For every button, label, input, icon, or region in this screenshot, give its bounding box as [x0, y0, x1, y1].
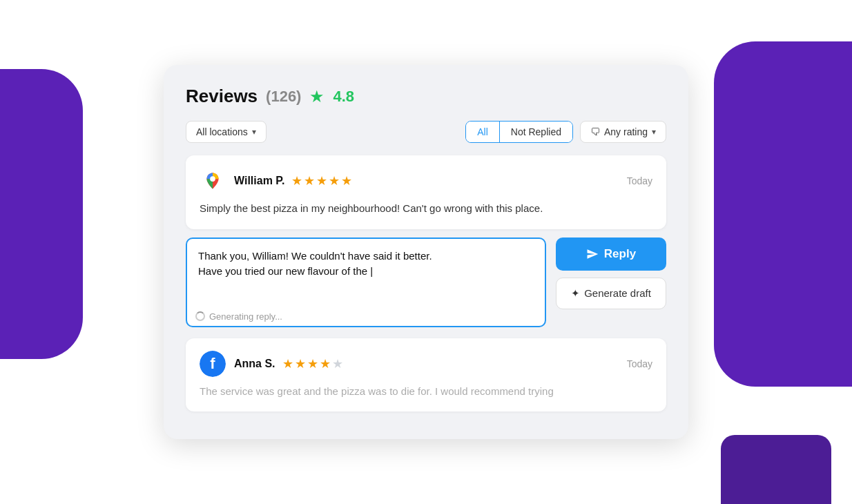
stars-anna: ★ ★ ★ ★ ★ [282, 356, 343, 371]
review-time-william: Today [627, 175, 652, 186]
star-2: ★ [295, 356, 306, 371]
star-1: ★ [291, 173, 302, 188]
star-5: ★ [341, 173, 352, 188]
rating-filter[interactable]: 🗨 Any rating ▾ [580, 121, 666, 143]
loading-spinner [195, 311, 205, 321]
star-4: ★ [320, 356, 331, 371]
sparkle-icon: ✦ [571, 287, 580, 300]
reviewer-name-anna: Anna S. [234, 358, 275, 370]
review-header-william: William P. ★ ★ ★ ★ ★ Today [200, 168, 652, 194]
star-icon: ★ [309, 87, 325, 106]
star-3: ★ [316, 173, 327, 188]
page-title: Reviews [186, 86, 258, 107]
star-2: ★ [304, 173, 315, 188]
bg-shape-right [714, 41, 852, 387]
stars-william: ★ ★ ★ ★ ★ [291, 173, 352, 188]
star-3: ★ [307, 356, 318, 371]
star-1: ★ [282, 356, 293, 371]
generate-draft-button[interactable]: ✦ Generate draft [556, 278, 666, 309]
locations-label: All locations [196, 126, 248, 137]
tab-not-replied[interactable]: Not Replied [500, 122, 572, 142]
reviews-card: Reviews (126) ★ 4.8 All locations ▾ All … [164, 65, 688, 439]
generate-button-label: Generate draft [584, 287, 651, 299]
svg-point-1 [210, 176, 215, 182]
reviewer-name-william: William P. [234, 175, 284, 187]
avatar-william [200, 168, 226, 194]
reply-buttons: Reply ✦ Generate draft [556, 238, 666, 309]
avatar-anna: f [200, 351, 226, 377]
bg-shape-right-bottom [721, 435, 831, 504]
generating-label: Generating reply... [209, 311, 282, 322]
reply-filter-tabs: All Not Replied [465, 121, 573, 143]
review-count: (126) [266, 88, 301, 106]
reply-textarea-wrapper: Thank you, William! We couldn't have sai… [186, 238, 546, 330]
review-text-anna: The service was great and the pizza was … [200, 384, 652, 400]
send-icon [586, 248, 599, 260]
chevron-down-icon: ▾ [252, 127, 256, 137]
review-time-anna: Today [627, 358, 652, 369]
bg-shape-left [0, 69, 83, 359]
tab-all[interactable]: All [466, 122, 500, 142]
facebook-avatar: f [200, 351, 226, 377]
rating-label: Any rating [604, 126, 648, 137]
star-4: ★ [329, 173, 340, 188]
review-card-anna: f Anna S. ★ ★ ★ ★ ★ Today The service wa… [186, 338, 666, 412]
chevron-down-icon-rating: ▾ [652, 127, 656, 137]
reply-area: Thank you, William! We couldn't have sai… [186, 238, 666, 330]
review-card-william: William P. ★ ★ ★ ★ ★ Today Simply the be… [186, 155, 666, 229]
review-text-william: Simply the best pizza in my neighbourhoo… [200, 201, 652, 217]
chat-icon: 🗨 [590, 126, 600, 137]
filter-row: All locations ▾ All Not Replied 🗨 Any ra… [186, 121, 666, 143]
reply-button[interactable]: Reply [556, 238, 666, 271]
star-5-empty: ★ [332, 356, 343, 371]
average-rating: 4.8 [333, 88, 354, 106]
generating-status: Generating reply... [195, 311, 282, 322]
reply-button-label: Reply [604, 247, 636, 261]
card-header: Reviews (126) ★ 4.8 [186, 86, 666, 107]
review-header-anna: f Anna S. ★ ★ ★ ★ ★ Today [200, 351, 652, 377]
locations-filter[interactable]: All locations ▾ [186, 121, 267, 143]
